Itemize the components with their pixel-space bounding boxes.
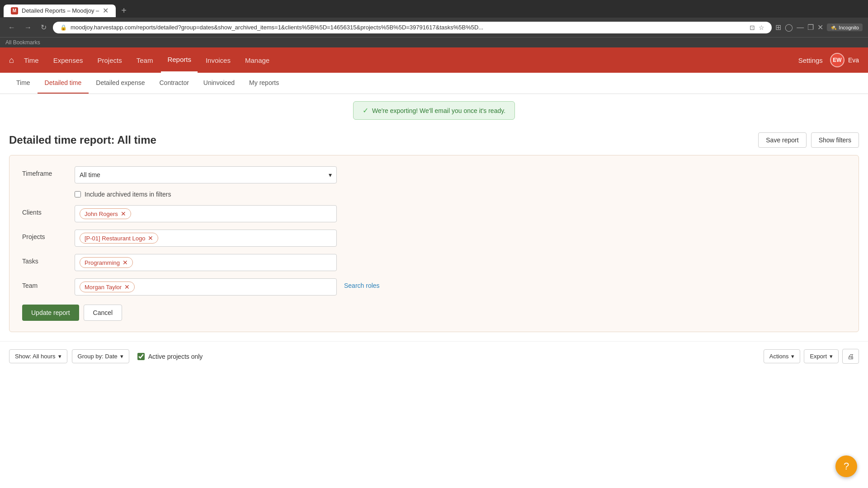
sub-nav-contractor[interactable]: Contractor [152,73,196,94]
task-tag-programming: Programming ✕ [80,257,133,268]
team-label: Team [22,278,67,289]
reload-button[interactable]: ↻ [38,21,49,33]
toast-container: ✓ We're exporting! We'll email you once … [0,94,868,123]
projects-row: Projects [P-01] Restaurant Logo ✕ [22,230,846,247]
filter-actions: Update report Cancel [22,305,846,321]
restore-icon[interactable]: ❐ [807,23,814,32]
incognito-icon: 🕵 [830,24,837,30]
client-tag-close-icon[interactable]: ✕ [121,210,126,217]
task-tag-label: Programming [85,259,120,266]
active-projects-checkbox[interactable] [137,353,145,360]
close-icon[interactable]: ✕ [817,23,823,32]
extensions-icon[interactable]: ⊞ [775,23,781,32]
timeframe-value: All time [80,171,100,178]
tab-close-button[interactable]: ✕ [103,7,108,14]
project-tag-close-icon[interactable]: ✕ [148,235,153,242]
browser-tab[interactable]: M Detailed Reports – Moodjoy – ✕ [4,5,116,17]
nav-item-projects[interactable]: Projects [91,47,128,73]
group-by-dropdown[interactable]: Group by: Date ▾ [72,349,129,363]
show-hours-chevron-icon: ▾ [58,353,61,360]
sub-nav-uninvoiced[interactable]: Uninvoiced [196,73,242,94]
sub-nav-detailed-expense[interactable]: Detailed expense [89,73,152,94]
timeframe-select[interactable]: All time ▾ [75,166,337,183]
nav-item-time[interactable]: Time [18,47,45,73]
tasks-label: Tasks [22,254,67,265]
page-header: Detailed time report: All time Save repo… [0,123,868,155]
page-actions: Save report Show filters [758,132,859,148]
tasks-row: Tasks Programming ✕ [22,254,846,271]
back-button[interactable]: ← [5,22,18,33]
browser-toolbar: ← → ↻ 🔒 moodjoy.harvestapp.com/reports/d… [0,18,868,37]
page-title: Detailed time report: All time [9,134,156,146]
timeframe-chevron-icon: ▾ [329,171,332,178]
nav-user[interactable]: EW Eva [830,53,859,67]
actions-label: Actions [769,353,789,360]
sub-nav-detailed-time[interactable]: Detailed time [38,73,89,94]
project-tag-label: [P-01] Restaurant Logo [85,235,145,242]
export-label: Export [810,353,827,360]
browser-chrome: M Detailed Reports – Moodjoy – ✕ + ← → ↻… [0,0,868,47]
nav-right: Settings EW Eva [798,53,859,67]
team-row: Team Morgan Taylor ✕ Search roles [22,278,846,296]
sub-nav: Time Detailed time Detailed expense Cont… [0,73,868,94]
search-roles-link[interactable]: Search roles [344,278,380,289]
bottom-toolbar: Show: All hours ▾ Group by: Date ▾ Activ… [0,341,868,371]
profile-icon[interactable]: ◯ [785,23,793,32]
bookmarks-bar: All Bookmarks [0,37,868,47]
sub-nav-my-reports[interactable]: My reports [242,73,286,94]
new-tab-button[interactable]: + [118,4,130,18]
browser-tab-bar: M Detailed Reports – Moodjoy – ✕ + [0,0,868,18]
minimize-icon[interactable]: — [797,23,804,32]
nav-item-invoices[interactable]: Invoices [199,47,237,73]
toast-check-icon: ✓ [363,106,368,115]
client-tag-john-rogers: John Rogers ✕ [80,208,131,219]
cancel-button[interactable]: Cancel [84,305,123,321]
incognito-badge: 🕵 Incognito [827,23,863,31]
team-tag-morgan-taylor: Morgan Taylor ✕ [80,282,135,292]
tasks-input[interactable]: Programming ✕ [75,254,337,271]
export-dropdown[interactable]: Export ▾ [804,349,839,363]
forward-button[interactable]: → [22,22,34,33]
nav-item-expenses[interactable]: Expenses [47,47,90,73]
update-report-button[interactable]: Update report [22,305,79,321]
settings-link[interactable]: Settings [798,56,823,64]
home-icon[interactable]: ⌂ [9,56,14,65]
user-avatar: EW [830,53,844,67]
team-tag-close-icon[interactable]: ✕ [124,283,130,291]
show-hours-dropdown[interactable]: Show: All hours ▾ [9,349,67,363]
toast-message: We're exporting! We'll email you once it… [372,107,505,114]
nav-item-manage[interactable]: Manage [239,47,276,73]
bookmark-icon[interactable]: ☆ [759,24,764,31]
bookmarks-label: All Bookmarks [5,39,40,46]
include-archived-checkbox[interactable] [75,191,81,197]
projects-label: Projects [22,230,67,240]
save-report-button[interactable]: Save report [758,132,806,148]
group-by-chevron-icon: ▾ [120,353,123,360]
export-chevron-icon: ▾ [830,353,833,360]
show-filters-button[interactable]: Show filters [811,132,859,148]
task-tag-close-icon[interactable]: ✕ [123,259,128,266]
group-by-label: Group by: Date [78,353,118,360]
team-tag-label: Morgan Taylor [85,284,122,291]
clients-label: Clients [22,205,67,216]
active-projects-label: Active projects only [148,353,203,360]
include-archived-row: Include archived items in filters [22,191,846,198]
lock-icon: 🔒 [60,24,67,31]
client-tag-label: John Rogers [85,211,118,217]
print-button[interactable]: 🖨 [842,349,859,364]
tab-title: Detailed Reports – Moodjoy – [22,7,99,14]
tab-favicon: M [11,7,18,14]
nav-item-team[interactable]: Team [130,47,160,73]
actions-dropdown[interactable]: Actions ▾ [764,349,801,363]
browser-right-icons: ⊞ ◯ — ❐ ✕ 🕵 Incognito [775,23,863,32]
active-projects-container: Active projects only [137,353,203,360]
projects-input[interactable]: [P-01] Restaurant Logo ✕ [75,230,337,247]
team-input[interactable]: Morgan Taylor ✕ [75,278,337,296]
clients-input[interactable]: John Rogers ✕ [75,205,337,222]
nav-item-reports[interactable]: Reports [161,47,198,73]
incognito-label: Incognito [839,25,859,30]
timeframe-row: Timeframe All time ▾ [22,166,846,183]
export-toast: ✓ We're exporting! We'll email you once … [353,101,515,120]
address-bar[interactable]: 🔒 moodjoy.harvestapp.com/reports/detaile… [53,22,772,33]
sub-nav-time[interactable]: Time [9,73,38,94]
